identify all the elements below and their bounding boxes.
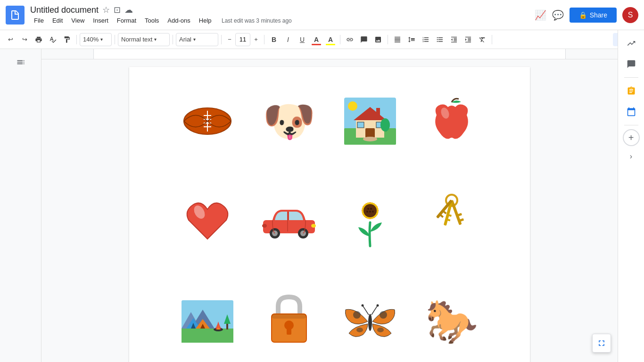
img-cell-dog[interactable]: 🐶: [248, 86, 330, 156]
svg-point-82: [362, 304, 364, 307]
left-panel: [0, 49, 41, 362]
share-label: Share: [590, 11, 607, 19]
menu-help[interactable]: Help: [195, 16, 215, 25]
font-size-input[interactable]: 11: [235, 33, 250, 46]
doc-title[interactable]: Untitled document: [30, 5, 99, 15]
padlock-image: [268, 293, 310, 350]
img-cell-apple[interactable]: [411, 86, 493, 156]
menu-addons[interactable]: Add-ons: [164, 16, 194, 25]
text-color-label: A: [314, 36, 319, 43]
menu-view[interactable]: View: [67, 16, 88, 25]
svg-rect-61: [182, 329, 233, 343]
right-panel: + ›: [618, 30, 644, 362]
apple-image: [428, 95, 475, 147]
star-icon[interactable]: ☆: [102, 5, 110, 15]
font-size-decrease-button[interactable]: −: [224, 33, 235, 46]
spacer-1: [167, 166, 492, 180]
divider-3: [173, 35, 173, 44]
zoom-select[interactable]: 140% ▾: [80, 33, 112, 46]
trend-icon[interactable]: 📈: [535, 9, 546, 21]
align-button[interactable]: [391, 33, 404, 46]
tasks-icon[interactable]: [622, 82, 641, 100]
redo-button[interactable]: ↪: [18, 33, 31, 46]
style-select[interactable]: Normal text ▾: [118, 33, 170, 46]
image-row-3: 🐎: [167, 284, 492, 359]
line-spacing-button[interactable]: [405, 33, 418, 46]
link-button[interactable]: [343, 33, 356, 46]
highlight-bar: [326, 44, 335, 45]
divider-8: [492, 35, 492, 44]
clear-formatting-button[interactable]: [476, 33, 489, 46]
ruler: [41, 49, 618, 59]
svg-point-44: [370, 208, 372, 210]
style-value: Normal text: [121, 36, 152, 43]
doc-page: 🐶: [129, 67, 530, 362]
doc-area[interactable]: 🐶: [41, 59, 618, 362]
img-cell-keys[interactable]: [411, 180, 493, 260]
explore-button[interactable]: [592, 334, 611, 353]
svg-point-45: [369, 211, 371, 213]
folder-icon[interactable]: ⊡: [114, 5, 121, 15]
avatar[interactable]: S: [622, 7, 638, 23]
spellcheck-button[interactable]: [46, 33, 59, 46]
divider-7: [388, 35, 388, 44]
cloud-icon[interactable]: ☁: [124, 5, 133, 15]
outline-button[interactable]: [11, 53, 30, 72]
italic-button[interactable]: I: [281, 33, 295, 46]
chat-icon[interactable]: [622, 55, 641, 74]
menu-file[interactable]: File: [30, 16, 48, 25]
img-cell-horse[interactable]: 🐎: [411, 284, 493, 359]
collapse-panel-button[interactable]: ›: [623, 148, 640, 165]
comment-icon[interactable]: 💬: [552, 9, 564, 21]
numbered-list-button[interactable]: [419, 33, 432, 46]
indent-decrease-button[interactable]: [447, 33, 461, 46]
font-size-increase-button[interactable]: +: [251, 33, 261, 46]
img-cell-car[interactable]: [248, 180, 330, 260]
divider-4: [221, 35, 222, 44]
img-cell-football[interactable]: [167, 86, 248, 156]
trending-icon[interactable]: [622, 34, 641, 53]
share-lock-icon: 🔒: [579, 11, 587, 19]
divider-1: [76, 35, 77, 44]
zoom-value: 140%: [83, 36, 99, 43]
menu-insert[interactable]: Insert: [89, 16, 112, 25]
indent-increase-button[interactable]: [462, 33, 475, 46]
spacer-2: [167, 270, 492, 284]
share-button[interactable]: 🔒 Share: [570, 8, 617, 23]
text-color-bar: [312, 44, 321, 45]
svg-point-80: [377, 328, 384, 332]
last-edit: Last edit was 3 minutes ago: [222, 17, 292, 24]
svg-rect-76: [272, 314, 306, 319]
divider-2: [115, 35, 115, 44]
print-button[interactable]: [32, 33, 45, 46]
bold-button[interactable]: B: [267, 33, 281, 46]
text-color-button[interactable]: A: [310, 33, 323, 46]
svg-point-81: [368, 314, 372, 331]
football-image: [179, 102, 236, 140]
img-cell-house[interactable]: [330, 86, 411, 156]
paint-format-button[interactable]: [60, 33, 74, 46]
horse-image: 🐎: [425, 297, 478, 346]
svg-point-27: [311, 224, 316, 228]
img-cell-sunflower[interactable]: [330, 180, 411, 260]
menu-format[interactable]: Format: [113, 16, 140, 25]
svg-point-18: [363, 137, 377, 141]
img-cell-camping[interactable]: [167, 284, 248, 359]
menu-tools[interactable]: Tools: [141, 16, 163, 25]
menu-edit[interactable]: Edit: [49, 16, 66, 25]
add-panel-button[interactable]: +: [623, 129, 640, 146]
app-icon: [6, 6, 25, 25]
underline-button[interactable]: U: [296, 33, 309, 46]
undo-button[interactable]: ↩: [4, 33, 17, 46]
img-cell-padlock[interactable]: [248, 284, 330, 359]
comment-add-button[interactable]: [357, 33, 371, 46]
font-chevron: ▾: [193, 37, 196, 42]
highlight-button[interactable]: A: [324, 33, 337, 46]
font-select[interactable]: Arial ▾: [176, 33, 218, 46]
style-chevron: ▾: [154, 37, 157, 42]
bullet-list-button[interactable]: [433, 33, 446, 46]
image-button[interactable]: [372, 33, 385, 46]
img-cell-heart[interactable]: [167, 180, 248, 260]
calendar-icon[interactable]: [622, 102, 641, 121]
img-cell-butterfly[interactable]: [330, 284, 411, 359]
